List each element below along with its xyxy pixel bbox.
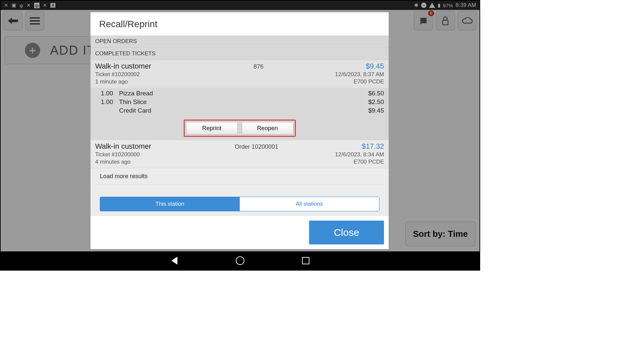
ticket-station: E700 PCDE bbox=[354, 78, 384, 85]
filter-all-stations[interactable]: All stations bbox=[240, 197, 379, 211]
ticket-order-number: Order 10200001 bbox=[151, 143, 362, 150]
circle-home-icon bbox=[236, 256, 244, 265]
ticket-items: 1.00 Pizza Bread $6.50 1.00 Thin Slice $… bbox=[91, 88, 389, 116]
ticket-number: Ticket #10200000 bbox=[95, 151, 140, 158]
section-completed-tickets[interactable]: COMPLETED TICKETS bbox=[91, 48, 389, 60]
ticket-datetime: 12/6/2023, 8:34 AM bbox=[335, 151, 384, 158]
nav-recents-button[interactable] bbox=[301, 256, 310, 265]
square-recents-icon bbox=[302, 257, 309, 264]
item-price: $6.50 bbox=[351, 90, 384, 97]
ticket-customer: Walk-in customer bbox=[95, 62, 151, 71]
recall-reprint-dialog: Recall/Reprint OPEN ORDERS COMPLETED TIC… bbox=[91, 12, 389, 249]
ticket-amount: $9.45 bbox=[366, 62, 384, 71]
reopen-button[interactable]: Reopen bbox=[242, 122, 293, 134]
ticket-elapsed: 1 minute ago bbox=[95, 78, 128, 85]
item-qty: 1.00 bbox=[95, 90, 119, 97]
line-item: 1.00 Thin Slice $2.50 bbox=[95, 98, 384, 106]
ticket-number: Ticket #10200002 bbox=[95, 71, 140, 78]
item-qty: 1.00 bbox=[95, 98, 119, 106]
actions-highlight: Reprint Reopen bbox=[184, 120, 296, 137]
section-open-orders[interactable]: OPEN ORDERS bbox=[91, 35, 389, 48]
item-qty bbox=[95, 107, 119, 114]
item-name: Pizza Bread bbox=[119, 90, 351, 97]
ticket-elapsed: 4 minutes ago bbox=[95, 159, 131, 165]
ticket-amount: $17.32 bbox=[362, 142, 384, 151]
ticket-row[interactable]: Walk-in customer Order 10200001 $17.32 T… bbox=[91, 140, 389, 168]
ticket-station: E700 PCDE bbox=[354, 159, 384, 165]
triangle-back-icon bbox=[171, 257, 177, 265]
ticket-actions: Reprint Reopen bbox=[91, 116, 389, 140]
item-name: Thin Slice bbox=[119, 98, 351, 106]
ticket-row[interactable]: Walk-in customer 876 $9.45 Ticket #10200… bbox=[91, 60, 389, 140]
filter-this-station[interactable]: This station bbox=[100, 197, 240, 211]
dialog-title: Recall/Reprint bbox=[91, 12, 389, 35]
ticket-datetime: 12/6/2023, 8:37 AM bbox=[335, 71, 384, 78]
android-nav-bar bbox=[1, 251, 480, 270]
item-name: Credit Card bbox=[119, 107, 351, 114]
device-frame: ✕ ▣ ψ ✕ ψ ✕ A ✱ − ▮ 97% 8:39 AM 0 bbox=[0, 0, 480, 271]
close-button[interactable]: Close bbox=[309, 221, 384, 244]
ticket-customer: Walk-in customer bbox=[95, 142, 151, 151]
nav-home-button[interactable] bbox=[235, 256, 245, 265]
item-price: $9.45 bbox=[351, 107, 384, 114]
item-price: $2.50 bbox=[351, 98, 384, 106]
line-item: 1.00 Pizza Bread $6.50 bbox=[95, 89, 384, 98]
ticket-order-number: 876 bbox=[151, 63, 366, 70]
load-more-button[interactable]: Load more results bbox=[95, 168, 384, 185]
reprint-button[interactable]: Reprint bbox=[186, 122, 238, 134]
nav-back-button[interactable] bbox=[170, 256, 179, 265]
station-filter: This station All stations bbox=[100, 197, 379, 211]
line-item: Credit Card $9.45 bbox=[95, 106, 384, 115]
